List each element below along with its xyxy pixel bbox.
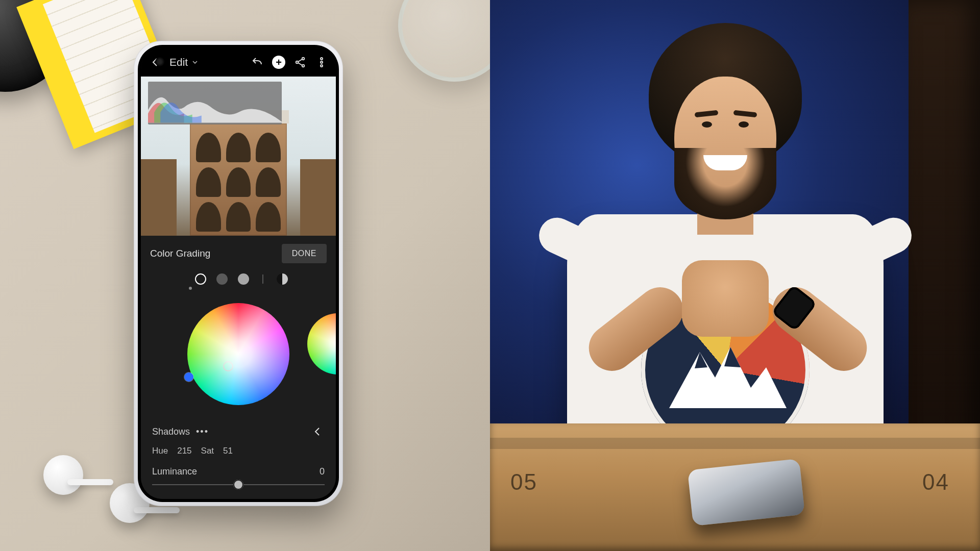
- svg-point-0: [302, 58, 304, 60]
- right-scene: 05 04: [490, 0, 980, 551]
- earbud-prop: [43, 455, 83, 495]
- bg-building: [141, 159, 177, 236]
- luminance-label: Luminance: [152, 466, 197, 477]
- wheel-hue-handle[interactable]: [184, 372, 193, 382]
- color-wheel-area: [141, 289, 336, 419]
- undo-icon[interactable]: [250, 55, 264, 69]
- phone-device: Edit +: [134, 41, 343, 506]
- eye-icon: [739, 121, 749, 128]
- left-scene: Edit +: [0, 0, 490, 551]
- more-icon[interactable]: [314, 55, 329, 69]
- next-wheel-peek[interactable]: [307, 313, 336, 374]
- app-bar: Edit +: [141, 48, 336, 77]
- eye-icon: [702, 121, 712, 128]
- tonal-range-selector: [141, 271, 336, 289]
- chevron-down-icon: [191, 58, 199, 66]
- panel-header: Color Grading DONE: [141, 236, 336, 271]
- subject-building: [190, 123, 287, 236]
- photo-preview[interactable]: [141, 77, 336, 236]
- screen-title[interactable]: Edit: [169, 56, 199, 68]
- svg-point-1: [296, 61, 298, 63]
- sat-label: Sat: [201, 446, 214, 456]
- range-midtones[interactable]: [216, 273, 228, 285]
- more-dots-icon[interactable]: •••: [196, 427, 209, 437]
- chevron-left-icon[interactable]: [310, 424, 325, 439]
- punch-hole-camera: [156, 58, 163, 65]
- desk-number-left: 05: [510, 469, 537, 495]
- range-separator: [262, 274, 263, 284]
- presenter-figure: [536, 20, 914, 480]
- share-icon[interactable]: [293, 55, 307, 69]
- hue-value: 215: [177, 446, 191, 456]
- wheel-center-icon: [237, 353, 240, 356]
- shirt-mountain-icon: [664, 332, 787, 408]
- desk-number-right: 04: [922, 469, 949, 495]
- luminance-value: 0: [320, 466, 325, 477]
- section-row[interactable]: Shadows •••: [141, 419, 336, 444]
- screen-title-text: Edit: [169, 56, 188, 68]
- section-label: Shadows: [152, 427, 190, 437]
- range-highlights[interactable]: [238, 273, 249, 285]
- presenter-hands: [682, 260, 769, 337]
- histogram-overlay[interactable]: [148, 82, 282, 124]
- desk-stripe: [490, 438, 980, 449]
- svg-point-3: [321, 58, 323, 60]
- color-wheel[interactable]: [187, 303, 289, 405]
- desk-phone-prop: [688, 459, 805, 526]
- range-global[interactable]: [277, 273, 288, 285]
- phone-screen: Edit +: [141, 48, 336, 499]
- wheel-picker-handle[interactable]: [223, 361, 233, 371]
- slider-knob[interactable]: [233, 480, 243, 490]
- wood-desk: 05 04: [490, 423, 980, 551]
- hue-label: Hue: [152, 446, 168, 456]
- svg-point-2: [302, 65, 304, 67]
- luminance-row: Luminance 0: [141, 461, 336, 478]
- luminance-slider[interactable]: [152, 480, 325, 489]
- svg-point-5: [321, 65, 323, 67]
- sat-value: 51: [223, 446, 233, 456]
- done-button[interactable]: DONE: [282, 244, 327, 263]
- color-grading-panel: Color Grading DONE: [141, 236, 336, 499]
- panel-title: Color Grading: [150, 248, 210, 259]
- add-icon[interactable]: +: [272, 55, 286, 69]
- svg-point-4: [321, 61, 323, 63]
- range-shadows[interactable]: [195, 273, 206, 285]
- hue-sat-readout: Hue 215 Sat 51: [141, 444, 336, 461]
- bg-building: [300, 159, 336, 236]
